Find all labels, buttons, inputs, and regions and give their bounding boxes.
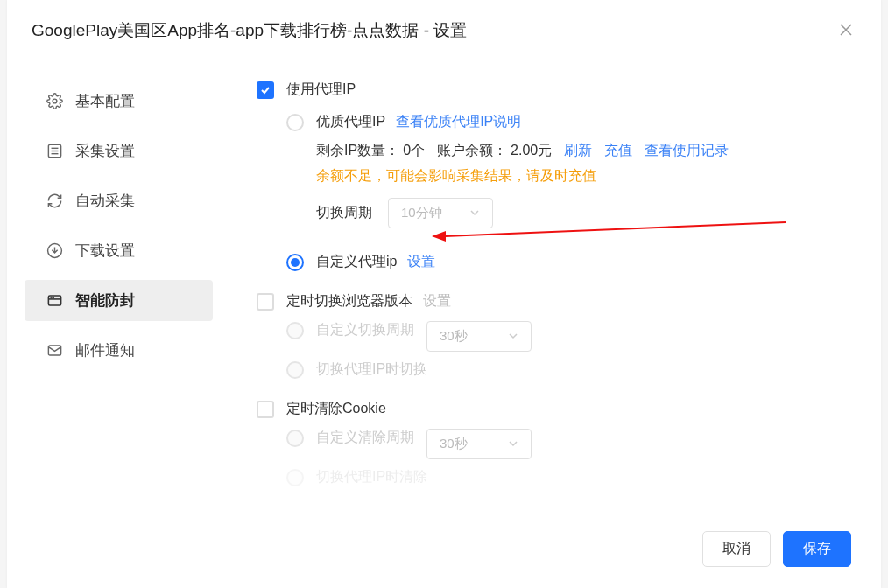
label-custom-proxy: 自定义代理ip [316, 253, 397, 271]
remain-prefix: 剩余IP数量： [316, 142, 399, 160]
balance-value: 2.00元 [511, 142, 552, 160]
remain-value: 0个 [403, 142, 425, 160]
checkbox-clear-cookie[interactable] [257, 401, 274, 418]
chevron-down-icon [469, 206, 480, 220]
sidebar: 基本配置 采集设置 自动采集 下载设置 智能防封 邮件通知 [25, 54, 213, 517]
check-icon [260, 85, 271, 95]
radio-premium-proxy[interactable] [286, 114, 304, 131]
link-refresh[interactable]: 刷新 [564, 142, 592, 160]
cancel-button[interactable]: 取消 [702, 531, 771, 567]
sidebar-item-label: 邮件通知 [75, 340, 135, 360]
link-view-log[interactable]: 查看使用记录 [645, 142, 729, 160]
label-custom-switch-cycle: 自定义切换周期 [316, 321, 414, 340]
sidebar-item-label: 基本配置 [75, 91, 135, 111]
label-use-proxy: 使用代理IP [286, 80, 356, 99]
select-cycle-value: 10分钟 [401, 205, 442, 221]
svg-point-8 [53, 298, 53, 298]
refresh-icon [46, 192, 63, 210]
list-icon [46, 143, 63, 160]
sidebar-item-basic[interactable]: 基本配置 [25, 80, 213, 122]
label-premium-proxy: 优质代理IP [316, 113, 385, 131]
label-clear-on-proxy: 切换代理IP时清除 [316, 468, 427, 486]
radio-custom-switch-cycle [286, 322, 304, 340]
chevron-down-icon [508, 437, 518, 452]
sidebar-item-label: 采集设置 [75, 141, 135, 161]
radio-custom-clear-cycle [286, 430, 304, 447]
svg-point-0 [53, 99, 57, 103]
label-clear-cookie: 定时清除Cookie [286, 400, 386, 418]
balance-prefix: 账户余额： [437, 142, 507, 160]
label-custom-clear-cycle: 自定义清除周期 [316, 429, 414, 447]
sidebar-item-label: 智能防封 [75, 290, 135, 311]
content-panel: 使用代理IP 优质代理IP 查看优质代理IP说明 剩余IP数量： 0个 账户余额… [213, 54, 881, 517]
sidebar-item-label: 下载设置 [75, 241, 135, 261]
sidebar-item-auto[interactable]: 自动采集 [25, 180, 213, 221]
link-premium-info[interactable]: 查看优质代理IP说明 [396, 113, 521, 131]
label-switch-on-proxy: 切换代理IP时切换 [316, 360, 427, 379]
save-button[interactable]: 保存 [783, 531, 851, 567]
sidebar-item-mail[interactable]: 邮件通知 [25, 330, 213, 371]
select-switch-value: 30秒 [440, 328, 468, 345]
radio-switch-on-proxy [286, 361, 304, 379]
gear-icon [46, 93, 63, 110]
select-cycle[interactable]: 10分钟 [388, 198, 493, 228]
sidebar-item-antiblock[interactable]: 智能防封 [25, 280, 213, 321]
mail-icon [46, 342, 63, 360]
label-switch-browser: 定时切换浏览器版本 [286, 292, 412, 311]
link-custom-proxy-settings[interactable]: 设置 [407, 253, 435, 271]
checkbox-use-proxy[interactable] [257, 81, 274, 99]
close-button[interactable] [835, 19, 856, 40]
checkbox-switch-browser[interactable] [257, 293, 274, 311]
modal-title: GooglePlay美国区App排名-app下载排行榜-点点数据 - 设置 [32, 19, 467, 42]
select-clear-value: 30秒 [440, 436, 468, 452]
select-switch-cycle: 30秒 [426, 321, 532, 352]
select-clear-cycle: 30秒 [426, 429, 532, 459]
svg-point-7 [51, 298, 52, 298]
warning-balance: 余额不足，可能会影响采集结果，请及时充值 [316, 168, 596, 183]
sidebar-item-label: 自动采集 [75, 191, 135, 211]
sidebar-item-collect[interactable]: 采集设置 [25, 130, 213, 172]
close-icon [840, 24, 852, 36]
download-icon [46, 242, 63, 260]
link-switch-browser-settings[interactable]: 设置 [423, 292, 451, 311]
sidebar-item-download[interactable]: 下载设置 [25, 230, 213, 271]
radio-clear-on-proxy [286, 469, 304, 486]
label-cycle: 切换周期 [316, 204, 372, 222]
chevron-down-icon [508, 329, 518, 344]
shield-icon [46, 292, 63, 310]
link-recharge[interactable]: 充值 [604, 142, 632, 160]
radio-custom-proxy[interactable] [286, 254, 304, 271]
